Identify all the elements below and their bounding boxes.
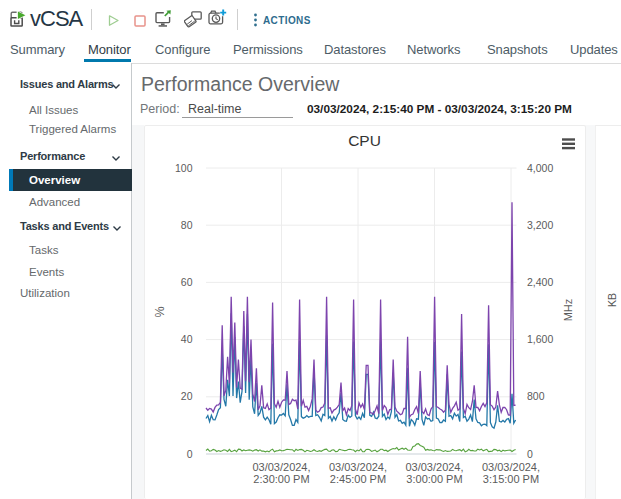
- svg-text:03/03/2024,: 03/03/2024,: [482, 461, 540, 473]
- svg-text:0: 0: [527, 448, 533, 460]
- svg-text:2,400: 2,400: [527, 276, 553, 288]
- svg-text:2:45:00 PM: 2:45:00 PM: [330, 473, 386, 485]
- svg-text:2:30:00 PM: 2:30:00 PM: [253, 473, 309, 485]
- svg-text:100: 100: [175, 162, 193, 174]
- svg-text:20: 20: [181, 390, 193, 402]
- svg-text:60: 60: [181, 276, 193, 288]
- svg-text:40: 40: [181, 333, 193, 345]
- svg-text:CPU: CPU: [348, 132, 381, 149]
- svg-text:3:15:00 PM: 3:15:00 PM: [483, 473, 539, 485]
- svg-text:3,200: 3,200: [527, 219, 553, 231]
- svg-text:4,000: 4,000: [527, 162, 553, 174]
- svg-text:%: %: [153, 306, 167, 317]
- svg-text:03/03/2024,: 03/03/2024,: [329, 461, 387, 473]
- svg-text:0: 0: [187, 448, 193, 460]
- svg-text:80: 80: [181, 219, 193, 231]
- svg-text:800: 800: [527, 390, 545, 402]
- svg-text:03/03/2024,: 03/03/2024,: [405, 461, 463, 473]
- svg-text:03/03/2024,: 03/03/2024,: [252, 461, 310, 473]
- svg-text:1,600: 1,600: [527, 333, 553, 345]
- svg-text:MHz: MHz: [562, 299, 574, 322]
- svg-text:3:00:00 PM: 3:00:00 PM: [406, 473, 462, 485]
